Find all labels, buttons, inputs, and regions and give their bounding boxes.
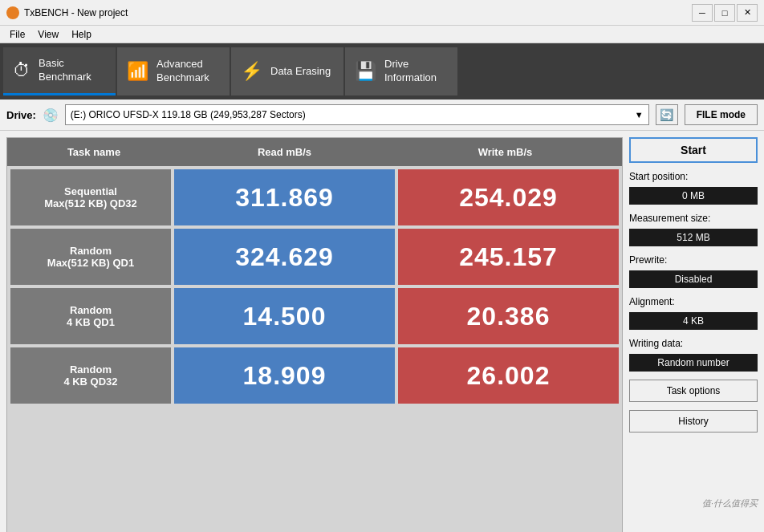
start-position-value: 0 MB bbox=[629, 187, 758, 205]
menu-file[interactable]: File bbox=[3, 27, 31, 42]
side-panel: Start Start position: 0 MB Measurement s… bbox=[629, 137, 758, 532]
drive-icon: 💿 bbox=[43, 108, 59, 123]
data-erasing-icon: ⚡ bbox=[241, 61, 262, 82]
main-panel: Task name Read mB/s Write mB/s Sequentia… bbox=[6, 137, 623, 532]
content-area: Task name Read mB/s Write mB/s Sequentia… bbox=[0, 131, 764, 532]
task-name-0: SequentialMax(512 KB) QD32 bbox=[10, 169, 171, 225]
tab-data-erasing[interactable]: ⚡ Data Erasing bbox=[231, 47, 343, 95]
tab-advanced-benchmark[interactable]: 📶 AdvancedBenchmark bbox=[117, 47, 230, 95]
alignment-label: Alignment: bbox=[629, 296, 758, 307]
alignment-value: 4 KB bbox=[629, 312, 758, 330]
close-button[interactable]: ✕ bbox=[737, 4, 758, 22]
maximize-button[interactable]: □ bbox=[714, 4, 735, 22]
history-button[interactable]: History bbox=[629, 410, 758, 433]
benchmark-row-3: Random4 KB QD32 18.909 26.002 bbox=[10, 347, 619, 404]
benchmark-table: Task name Read mB/s Write mB/s Sequentia… bbox=[6, 137, 623, 532]
task-options-button[interactable]: Task options bbox=[629, 380, 758, 402]
app-icon bbox=[6, 6, 19, 19]
task-name-2: Random4 KB QD1 bbox=[10, 288, 171, 344]
basic-benchmark-icon: ⏱ bbox=[13, 60, 30, 81]
title-bar-left: TxBENCH - New project bbox=[6, 6, 128, 19]
watermark: 值·什么值得买 bbox=[702, 497, 758, 510]
header-read: Read mB/s bbox=[174, 143, 395, 161]
read-value-3: 18.909 bbox=[174, 347, 395, 404]
benchmark-header: Task name Read mB/s Write mB/s bbox=[7, 138, 622, 166]
task-name-3: Random4 KB QD32 bbox=[10, 347, 171, 404]
read-value-2: 14.500 bbox=[174, 288, 395, 344]
title-bar-controls: ─ □ ✕ bbox=[692, 4, 758, 22]
write-value-2: 20.386 bbox=[398, 288, 619, 344]
tab-drive-information[interactable]: 💾 DriveInformation bbox=[345, 47, 457, 95]
refresh-icon: 🔄 bbox=[660, 108, 673, 121]
drive-label: Drive: bbox=[6, 109, 36, 121]
write-value-1: 245.157 bbox=[398, 229, 619, 285]
drive-information-label: DriveInformation bbox=[384, 58, 437, 85]
basic-benchmark-label: BasicBenchmark bbox=[39, 57, 91, 84]
drive-information-icon: 💾 bbox=[355, 61, 376, 82]
benchmark-row-0: SequentialMax(512 KB) QD32 311.869 254.0… bbox=[10, 169, 619, 225]
read-value-1: 324.629 bbox=[174, 229, 395, 285]
tab-basic-benchmark[interactable]: ⏱ BasicBenchmark bbox=[3, 47, 116, 95]
title-bar: TxBENCH - New project ─ □ ✕ bbox=[0, 0, 764, 26]
file-mode-button[interactable]: FILE mode bbox=[685, 104, 758, 125]
header-task-name: Task name bbox=[14, 143, 174, 161]
drive-refresh-button[interactable]: 🔄 bbox=[656, 104, 678, 125]
start-position-label: Start position: bbox=[629, 171, 758, 182]
writing-data-label: Writing data: bbox=[629, 338, 758, 349]
drive-select-value: (E:) ORICO UFSD-X 119.18 GB (249,953,287… bbox=[71, 109, 306, 120]
menu-bar: File View Help bbox=[0, 26, 764, 43]
read-value-0: 311.869 bbox=[174, 169, 395, 225]
measurement-size-label: Measurement size: bbox=[629, 213, 758, 224]
prewrite-label: Prewrite: bbox=[629, 254, 758, 266]
title-bar-title: TxBENCH - New project bbox=[24, 7, 128, 18]
menu-view[interactable]: View bbox=[31, 27, 65, 42]
toolbar: ⏱ BasicBenchmark 📶 AdvancedBenchmark ⚡ D… bbox=[0, 43, 764, 99]
menu-help[interactable]: Help bbox=[65, 27, 98, 42]
measurement-size-value: 512 MB bbox=[629, 229, 758, 246]
writing-data-value: Random number bbox=[629, 354, 758, 372]
drive-select[interactable]: (E:) ORICO UFSD-X 119.18 GB (249,953,287… bbox=[65, 104, 649, 125]
start-button[interactable]: Start bbox=[629, 137, 758, 163]
drive-row: Drive: 💿 (E:) ORICO UFSD-X 119.18 GB (24… bbox=[0, 99, 764, 131]
advanced-benchmark-label: AdvancedBenchmark bbox=[156, 58, 209, 85]
advanced-benchmark-icon: 📶 bbox=[127, 61, 148, 82]
data-erasing-label: Data Erasing bbox=[270, 65, 331, 79]
header-write: Write mB/s bbox=[395, 143, 616, 161]
minimize-button[interactable]: ─ bbox=[692, 4, 713, 22]
write-value-0: 254.029 bbox=[398, 169, 619, 225]
benchmark-row-2: Random4 KB QD1 14.500 20.386 bbox=[10, 288, 619, 344]
task-name-1: RandomMax(512 KB) QD1 bbox=[10, 229, 171, 285]
prewrite-value: Disabled bbox=[629, 270, 758, 288]
benchmark-row-1: RandomMax(512 KB) QD1 324.629 245.157 bbox=[10, 229, 619, 285]
write-value-3: 26.002 bbox=[398, 347, 619, 404]
chevron-down-icon: ▼ bbox=[635, 110, 644, 120]
